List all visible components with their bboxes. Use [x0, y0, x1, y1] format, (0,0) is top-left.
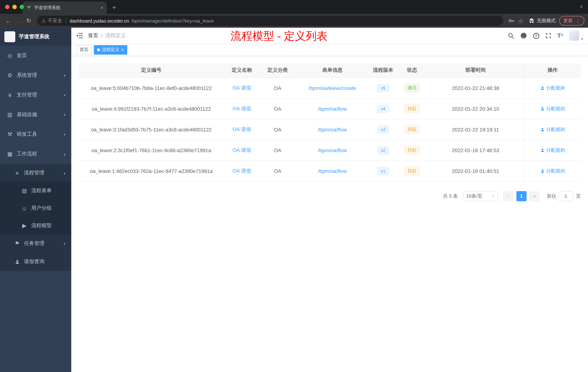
chrome-update-button[interactable]: 更新 ⋮ — [559, 16, 584, 25]
sidebar-item-payment[interactable]: ¥ 支付管理 ▾ — [0, 85, 71, 105]
assign-rule-label: 分配规则 — [546, 85, 565, 91]
tag-process-definition[interactable]: 流程定义 × — [94, 45, 127, 55]
assign-rule-label: 分配规则 — [546, 168, 565, 174]
sidebar-item-infrastructure[interactable]: ▥ 基础设施 ▾ — [0, 105, 71, 124]
next-page-button[interactable]: › — [529, 191, 540, 201]
definition-name-cell: OA 请假 — [224, 161, 260, 181]
definition-name-link[interactable]: OA 请假 — [232, 168, 251, 174]
list-icon: ≡ — [14, 170, 20, 176]
table-row: oa_leave:5:004b710b-7b8a-11ec-8ef0-acde4… — [79, 77, 581, 98]
assign-rule-link[interactable]: 分配规则 — [540, 168, 565, 174]
browser-tab[interactable]: 芋道管理系统 × — [22, 1, 107, 14]
deploy-time: 2022-01-22 21:48:38 — [427, 77, 524, 98]
minimize-window-button[interactable] — [12, 5, 17, 9]
status-badge: 挂起 — [404, 125, 420, 134]
definition-table: 定义编号 定义名称 定义分类 表单信息 流程版本 状态 部署时间 操作 oa_l — [79, 63, 581, 181]
sidebar-item-task-management[interactable]: ⚑ 任务管理 ▾ — [0, 234, 71, 253]
sidebar-item-workflow[interactable]: ▦ 工作流程 ▴ — [0, 144, 71, 164]
definition-id: oa_leave:1:482ec033-762a-11ec-8477-a2380… — [79, 161, 224, 181]
password-key-icon[interactable] — [507, 16, 516, 25]
sidebar-item-home[interactable]: ◎ 首页 — [0, 46, 71, 66]
sidebar-item-process-form[interactable]: ▤ 流程表单 — [0, 182, 71, 199]
hamburger-icon[interactable] — [76, 33, 83, 39]
sidebar-item-user-group[interactable]: ☺ 用户分组 — [0, 199, 71, 217]
form-link[interactable]: /bpm/oa/leave/create — [309, 85, 356, 91]
user-avatar[interactable] — [569, 31, 579, 41]
github-icon[interactable] — [520, 33, 527, 39]
form-link[interactable]: /bpm/oa/flow — [318, 147, 347, 153]
page-1-button[interactable]: 1 — [516, 191, 526, 201]
breadcrumb-home[interactable]: 首页 — [88, 33, 98, 39]
browser-toolbar: ← → ↻ ⚠ 不安全 dashboard.yudao.iocoder.cn/b… — [0, 14, 588, 28]
reload-button[interactable]: ↻ — [24, 16, 33, 25]
sidebar-item-devtools[interactable]: ⚒ 研发工具 ▾ — [0, 124, 71, 144]
assign-rule-link[interactable]: 分配规则 — [540, 105, 565, 112]
help-icon[interactable]: ? — [533, 33, 539, 39]
url-path: /bpm/manager/definition?key=oa_leave — [131, 18, 214, 23]
zoom-window-button[interactable] — [20, 5, 24, 9]
avatar-caret-icon[interactable]: ▾ — [581, 37, 583, 41]
page-size-select[interactable]: 10条/页 ▾ — [463, 191, 497, 201]
person-icon — [540, 107, 545, 111]
search-icon[interactable] — [508, 33, 514, 39]
sidebar-item-label: 系统管理 — [17, 72, 37, 79]
forward-button[interactable]: → — [14, 16, 23, 25]
status-badge: 挂起 — [404, 104, 420, 113]
chevron-down-icon: ▾ — [64, 241, 65, 245]
address-bar[interactable]: ⚠ 不安全 dashboard.yudao.iocoder.cn/bpm/man… — [37, 16, 503, 26]
person-icon — [540, 169, 545, 173]
bookmark-star-icon[interactable]: ☆ — [516, 16, 525, 25]
assign-rule-link[interactable]: 分配规则 — [540, 85, 565, 91]
not-secure-label[interactable]: 不安全 — [48, 17, 62, 24]
person-icon — [14, 259, 20, 264]
definition-name-link[interactable]: OA 请假 — [232, 126, 251, 132]
fullscreen-icon[interactable] — [545, 33, 551, 39]
definition-name-link[interactable]: OA 请假 — [232, 147, 251, 153]
actions-cell: 分配规则 — [524, 98, 581, 119]
back-button[interactable]: ← — [4, 16, 13, 25]
goto-page-input[interactable] — [558, 191, 573, 201]
version-badge: v1 — [377, 167, 389, 175]
tab-search-chevron-icon[interactable]: ∨ — [580, 4, 583, 9]
pagination-total: 共 5 条 — [443, 193, 458, 199]
monitor-icon: ▥ — [7, 111, 13, 118]
tag-close-icon[interactable]: × — [121, 47, 124, 52]
sidebar-logo[interactable]: 芋道管理系统 — [0, 28, 71, 46]
column-header-category: 定义分类 — [260, 63, 296, 77]
incognito-badge: 无痕模式 — [529, 17, 556, 24]
sidebar-item-process-model[interactable]: ▶ 流程模型 — [0, 217, 71, 234]
status-cell: 激活 — [397, 77, 427, 98]
status-cell: 挂起 — [397, 119, 427, 140]
briefcase-icon: ▦ — [7, 151, 13, 157]
actions-cell: 分配规则 — [524, 119, 581, 140]
form-cell: /bpm/oa/flow — [296, 140, 369, 161]
sidebar-item-label: 任务管理 — [24, 240, 44, 247]
assign-rule-link[interactable]: 分配规则 — [540, 126, 565, 133]
table-row: oa_leave:3:1fad3d93-7b75-11ec-a3c8-acde4… — [79, 119, 581, 140]
tools-icon: ⚒ — [7, 131, 13, 138]
column-header-id: 定义编号 — [79, 63, 224, 77]
form-link[interactable]: /bpm/oa/flow — [318, 168, 347, 174]
tab-close-icon[interactable]: × — [100, 5, 103, 11]
tag-home[interactable]: 首页 — [76, 45, 92, 55]
sidebar-item-label: 流程管理 — [24, 170, 44, 176]
assign-rule-label: 分配规则 — [546, 147, 565, 153]
prev-page-button[interactable]: ‹ — [503, 191, 514, 201]
font-size-icon[interactable]: TT — [557, 33, 563, 39]
deploy-time: 2022-01-16 01:40:51 — [427, 161, 524, 181]
browser-menu-icon[interactable]: ⋮ — [576, 18, 580, 23]
sidebar-item-system[interactable]: ⚙ 系统管理 ▾ — [0, 66, 71, 85]
chevron-down-icon: ▾ — [64, 73, 65, 77]
assign-rule-link[interactable]: 分配规则 — [540, 147, 565, 153]
chevron-down-icon: ▾ — [492, 194, 494, 198]
definition-name-link[interactable]: OA 请假 — [232, 105, 251, 111]
close-window-button[interactable] — [5, 5, 10, 9]
sidebar-item-process-management[interactable]: ≡ 流程管理 ▴ — [0, 164, 71, 182]
form-link[interactable]: /bpm/oa/flow — [318, 127, 347, 132]
new-tab-button[interactable]: + — [109, 2, 119, 13]
definition-name-link[interactable]: OA 请假 — [232, 85, 251, 90]
sidebar-item-leave-query[interactable]: 请假查询 — [0, 253, 71, 271]
sidebar-item-label: 流程模型 — [31, 222, 52, 229]
form-link[interactable]: /bpm/oa/flow — [318, 106, 347, 111]
sidebar-item-label: 首页 — [17, 52, 27, 59]
